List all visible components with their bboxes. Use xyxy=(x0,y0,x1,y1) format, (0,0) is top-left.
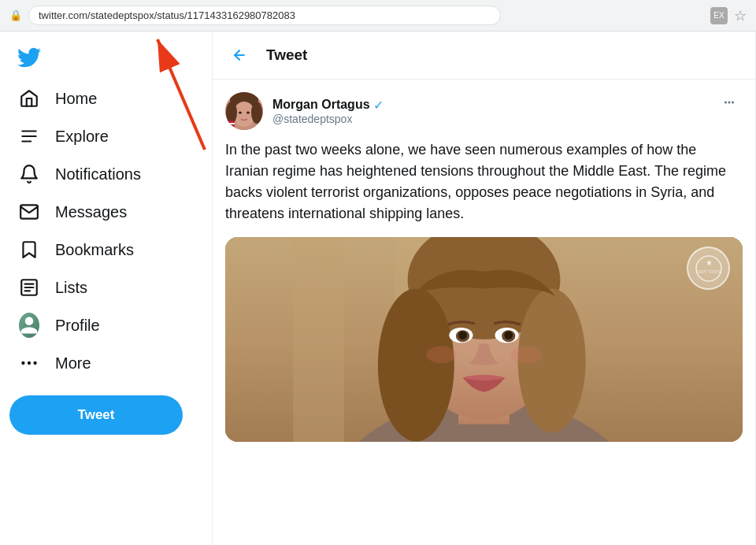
tweet-text-prefix: In xyxy=(225,142,241,158)
sidebar-item-messages[interactable]: Messages xyxy=(9,194,202,230)
sidebar: Home Explore Notifications xyxy=(0,32,213,545)
sidebar-more-label: More xyxy=(55,354,91,373)
svg-text:★: ★ xyxy=(705,258,712,267)
profile-icon xyxy=(19,315,39,336)
author-details: Morgan Ortagus ✓ @statedeptspox xyxy=(272,98,384,125)
sidebar-home-label: Home xyxy=(55,90,97,108)
sidebar-item-lists[interactable]: Lists xyxy=(9,269,202,306)
tweet-author-info: Morgan Ortagus ✓ @statedeptspox xyxy=(225,92,384,130)
sidebar-item-home[interactable]: Home xyxy=(9,80,202,117)
sidebar-lists-label: Lists xyxy=(55,279,87,297)
svg-point-39 xyxy=(426,347,457,364)
seal-watermark: ★ DEPT STATE xyxy=(687,247,730,290)
tweet-options-button[interactable] xyxy=(716,92,743,117)
author-name-row: Morgan Ortagus ✓ xyxy=(272,98,384,113)
tweet-author-row: Morgan Ortagus ✓ @statedeptspox xyxy=(225,92,743,130)
twitter-logo[interactable] xyxy=(9,38,49,77)
url-bar[interactable]: twitter.com/statedeptspox/status/1171433… xyxy=(28,6,501,25)
star-icon[interactable]: ☆ xyxy=(734,7,747,24)
messages-icon xyxy=(19,202,39,222)
sidebar-item-profile[interactable]: Profile xyxy=(9,307,202,343)
sidebar-item-bookmarks[interactable]: Bookmarks xyxy=(9,232,202,268)
notifications-icon xyxy=(19,164,39,184)
sidebar-bookmarks-label: Bookmarks xyxy=(55,241,134,259)
svg-point-7 xyxy=(28,362,30,364)
svg-point-8 xyxy=(22,362,24,364)
tweet-image-inner: ★ DEPT STATE xyxy=(225,237,743,442)
browser-chrome: 🔒 twitter.com/statedeptspox/status/11714… xyxy=(0,0,756,32)
explore-icon xyxy=(19,126,39,146)
tweet-main-content: Tweet xyxy=(213,32,756,545)
verified-badge: ✓ xyxy=(373,98,384,113)
svg-text:DEPT STATE: DEPT STATE xyxy=(696,269,721,274)
page-title: Tweet xyxy=(266,46,307,64)
tweet-page-header: Tweet xyxy=(213,32,755,80)
svg-point-19 xyxy=(246,112,250,114)
more-icon xyxy=(19,353,39,373)
tweet-text: In the past two weeks alone, we have see… xyxy=(225,139,743,224)
svg-point-37 xyxy=(458,331,467,339)
tweet-image[interactable]: ★ DEPT STATE xyxy=(225,237,743,442)
svg-point-31 xyxy=(378,288,454,441)
tweet-card: Morgan Ortagus ✓ @statedeptspox In the p… xyxy=(213,80,755,454)
app-container: Home Explore Notifications xyxy=(0,32,756,545)
author-name: Morgan Ortagus xyxy=(272,98,370,112)
svg-point-17 xyxy=(251,102,262,124)
tweet-button[interactable]: Tweet xyxy=(9,395,183,435)
lock-icon: 🔒 xyxy=(9,9,22,21)
sidebar-item-explore[interactable]: Explore xyxy=(9,118,202,154)
lists-icon xyxy=(19,277,39,298)
sidebar-notifications-label: Notifications xyxy=(55,165,141,184)
avatar[interactable] xyxy=(225,92,263,130)
sidebar-item-more[interactable]: More xyxy=(9,345,202,381)
bookmarks-icon xyxy=(19,239,39,260)
sidebar-explore-label: Explore xyxy=(55,128,109,146)
sidebar-profile-label: Profile xyxy=(55,317,100,335)
svg-point-16 xyxy=(226,102,237,124)
tweet-text-body: the past two weeks alone, we have seen n… xyxy=(225,142,726,221)
author-handle: @statedeptspox xyxy=(272,113,384,125)
svg-point-40 xyxy=(511,347,542,364)
sidebar-messages-label: Messages xyxy=(55,203,127,221)
svg-rect-25 xyxy=(293,237,344,442)
svg-point-18 xyxy=(239,112,242,114)
svg-rect-21 xyxy=(227,120,235,123)
sidebar-item-notifications[interactable]: Notifications xyxy=(9,156,202,192)
svg-rect-22 xyxy=(227,123,235,124)
svg-point-38 xyxy=(504,331,513,339)
home-icon xyxy=(19,88,39,109)
extension-icon[interactable]: EX xyxy=(710,7,728,24)
svg-point-9 xyxy=(35,362,36,364)
back-button[interactable] xyxy=(225,41,254,69)
